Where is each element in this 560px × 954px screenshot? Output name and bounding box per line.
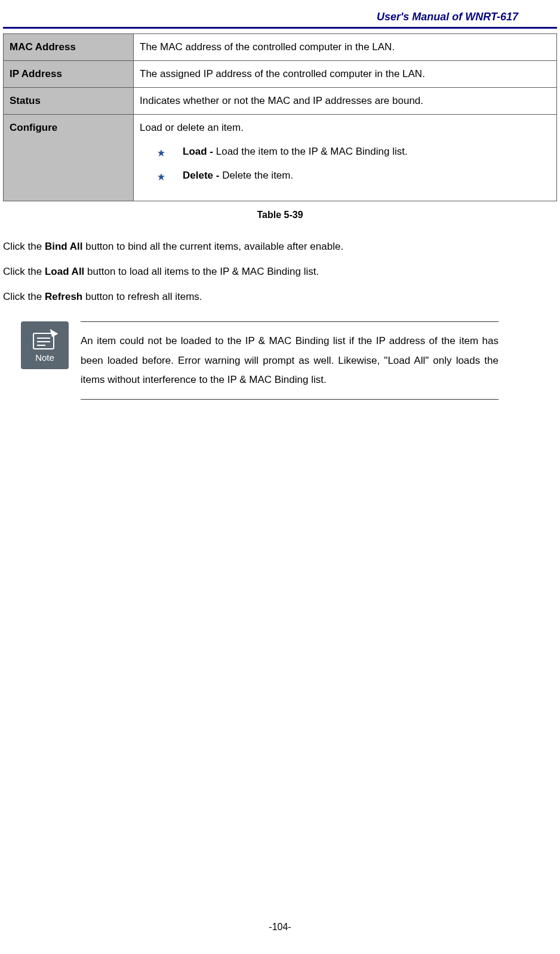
table-row: Configure Load or delete an item. Load -… <box>4 115 557 201</box>
page-header: User's Manual of WNRT-617 <box>0 0 560 27</box>
paragraph-refresh: Click the Refresh button to refresh all … <box>3 290 557 304</box>
content: MAC Address The MAC address of the contr… <box>0 33 560 400</box>
bullet-list: Load - Load the item to the IP & MAC Bin… <box>140 146 550 182</box>
param-desc: Load or delete an item. Load - Load the … <box>134 115 557 201</box>
bullet-bold: Delete - <box>183 170 222 181</box>
p2-pre: Click the <box>3 266 45 277</box>
p3-pre: Click the <box>3 291 45 302</box>
bullet-rest: Load the item to the IP & MAC Binding li… <box>216 146 408 157</box>
param-label: Status <box>4 88 134 115</box>
paragraph-bind-all: Click the Bind All button to bind all th… <box>3 240 557 254</box>
param-label: MAC Address <box>4 34 134 61</box>
list-item: Load - Load the item to the IP & MAC Bin… <box>158 146 550 158</box>
note-content: An item could not be loaded to the IP & … <box>81 321 499 400</box>
bullet-text: Delete - Delete the item. <box>183 170 293 182</box>
param-desc: The assigned IP address of the controlle… <box>134 61 557 88</box>
param-label: IP Address <box>4 61 134 88</box>
table-caption: Table 5-39 <box>3 210 557 220</box>
table-row: IP Address The assigned IP address of th… <box>4 61 557 88</box>
bullet-icon <box>158 171 165 179</box>
note-icon: Note <box>21 321 69 369</box>
paragraph-load-all: Click the Load All button to load all it… <box>3 265 557 279</box>
note-label: Note <box>35 352 54 363</box>
p1-post: button to bind all the current items, av… <box>83 241 344 252</box>
param-desc: The MAC address of the controlled comput… <box>134 34 557 61</box>
p1-pre: Click the <box>3 241 45 252</box>
header-title: User's Manual of WNRT-617 <box>377 11 518 23</box>
page-number: -104- <box>0 922 560 932</box>
parameter-table: MAC Address The MAC address of the contr… <box>3 33 557 201</box>
table-row: Status Indicates whether or not the MAC … <box>4 88 557 115</box>
p1-bold: Bind All <box>45 241 83 252</box>
configure-desc: Load or delete an item. <box>140 122 244 133</box>
note-box: Note An item could not be loaded to the … <box>21 321 499 400</box>
bullet-rest: Delete the item. <box>222 170 293 181</box>
bullet-text: Load - Load the item to the IP & MAC Bin… <box>183 146 408 158</box>
note-drawing-icon <box>30 329 60 350</box>
p3-post: button to refresh all items. <box>82 291 202 302</box>
p2-bold: Load All <box>45 266 84 277</box>
bullet-bold: Load - <box>183 146 216 157</box>
param-label: Configure <box>4 115 134 201</box>
header-divider <box>3 27 557 29</box>
bullet-icon <box>158 148 165 155</box>
list-item: Delete - Delete the item. <box>158 170 550 182</box>
p2-post: button to load all items to the IP & MAC… <box>84 266 319 277</box>
param-desc: Indicates whether or not the MAC and IP … <box>134 88 557 115</box>
table-row: MAC Address The MAC address of the contr… <box>4 34 557 61</box>
p3-bold: Refresh <box>45 291 82 302</box>
